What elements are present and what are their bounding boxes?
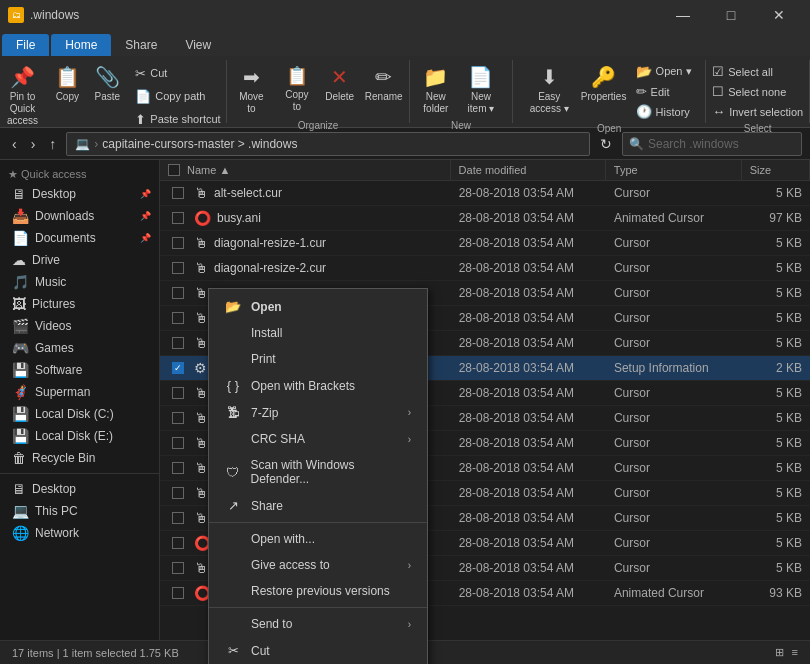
sidebar-item-software[interactable]: 💾 Software xyxy=(0,359,159,381)
context-menu-item[interactable]: ✂Cut xyxy=(209,637,427,664)
file-row[interactable]: 🖱diagonal-resize-2.cur28-08-2018 03:54 A… xyxy=(160,256,810,281)
view-large-icon-button[interactable]: ⊞ xyxy=(775,646,784,659)
sidebar-item-this-pc[interactable]: 💻 This PC xyxy=(0,500,159,522)
file-row[interactable]: 🖱diagonal-resize-1.cur28-08-2018 03:54 A… xyxy=(160,231,810,256)
context-menu-item[interactable]: Give access to› xyxy=(209,552,427,578)
col-size-header[interactable]: Size xyxy=(742,160,810,180)
file-checkbox[interactable] xyxy=(172,412,184,424)
new-item-button[interactable]: 📄 New item ▾ xyxy=(458,62,504,118)
search-box[interactable]: 🔍 Search .windows xyxy=(622,132,802,156)
properties-button[interactable]: 🔑 Properties xyxy=(582,62,626,105)
forward-button[interactable]: › xyxy=(27,134,40,154)
sidebar-item-drive[interactable]: ☁ Drive xyxy=(0,249,159,271)
sidebar-item-games[interactable]: 🎮 Games xyxy=(0,337,159,359)
file-checkbox[interactable] xyxy=(172,562,184,574)
copy-button[interactable]: 📋 Copy xyxy=(49,62,85,105)
copy-to-button[interactable]: 📋 Copy to xyxy=(276,62,317,116)
file-row[interactable]: ⭕busy.ani28-08-2018 03:54 AMAnimated Cur… xyxy=(160,206,810,231)
tab-view[interactable]: View xyxy=(171,34,225,56)
file-checkbox[interactable]: ✓ xyxy=(172,362,184,374)
sidebar-item-network[interactable]: 🌐 Network xyxy=(0,522,159,544)
sidebar-item-pictures[interactable]: 🖼 Pictures xyxy=(0,293,159,315)
file-checkbox-area[interactable] xyxy=(168,262,188,274)
context-menu-item[interactable]: 🛡Scan with Windows Defender... xyxy=(209,452,427,492)
file-checkbox[interactable] xyxy=(172,487,184,499)
context-menu-item[interactable]: Open with... xyxy=(209,526,427,552)
file-checkbox[interactable] xyxy=(172,437,184,449)
context-menu-item[interactable]: CRC SHA› xyxy=(209,426,427,452)
sidebar-item-videos[interactable]: 🎬 Videos xyxy=(0,315,159,337)
file-checkbox[interactable] xyxy=(172,212,184,224)
minimize-button[interactable]: — xyxy=(660,0,706,30)
context-menu-item[interactable]: ↗Share xyxy=(209,492,427,519)
rename-button[interactable]: ✏ Rename xyxy=(362,62,406,105)
address-path[interactable]: 💻 › capitaine-cursors-master > .windows xyxy=(66,132,590,156)
file-checkbox[interactable] xyxy=(172,337,184,349)
sidebar-item-local-e[interactable]: 💾 Local Disk (E:) xyxy=(0,425,159,447)
file-checkbox-area[interactable] xyxy=(168,487,188,499)
file-checkbox-area[interactable] xyxy=(168,187,188,199)
history-button[interactable]: 🕐 History xyxy=(630,102,698,121)
sidebar-item-desktop[interactable]: 🖥 Desktop 📌 xyxy=(0,183,159,205)
sidebar-item-desktop2[interactable]: 🖥 Desktop xyxy=(0,478,159,500)
view-list-icon-button[interactable]: ≡ xyxy=(792,646,798,659)
new-folder-button[interactable]: 📁 Newfolder xyxy=(418,62,454,118)
context-menu-item[interactable]: Restore previous versions xyxy=(209,578,427,604)
copy-path-button[interactable]: 📄 Copy path xyxy=(129,87,226,106)
context-menu-item[interactable]: Print xyxy=(209,346,427,372)
file-checkbox-area[interactable] xyxy=(168,437,188,449)
file-checkbox[interactable] xyxy=(172,287,184,299)
close-button[interactable]: ✕ xyxy=(756,0,802,30)
file-checkbox-area[interactable] xyxy=(168,387,188,399)
tab-file[interactable]: File xyxy=(2,34,49,56)
col-date-header[interactable]: Date modified xyxy=(451,160,606,180)
context-menu-item[interactable]: { }Open with Brackets xyxy=(209,372,427,399)
sidebar-item-downloads[interactable]: 📥 Downloads 📌 xyxy=(0,205,159,227)
file-checkbox-area[interactable] xyxy=(168,237,188,249)
file-checkbox[interactable] xyxy=(172,512,184,524)
easy-access-button[interactable]: ⬇ Easy access ▾ xyxy=(521,62,578,118)
file-checkbox[interactable] xyxy=(172,462,184,474)
col-name-header[interactable]: Name ▲ xyxy=(160,160,451,180)
file-checkbox-area[interactable] xyxy=(168,462,188,474)
tab-share[interactable]: Share xyxy=(111,34,171,56)
select-none-button[interactable]: ☐ Select none xyxy=(706,82,809,101)
file-checkbox-area[interactable] xyxy=(168,212,188,224)
select-all-button[interactable]: ☑ Select all xyxy=(706,62,809,81)
move-to-button[interactable]: ➡ Move to xyxy=(230,62,272,118)
context-menu-item[interactable]: 📂Open xyxy=(209,293,427,320)
file-checkbox[interactable] xyxy=(172,187,184,199)
file-checkbox[interactable] xyxy=(172,587,184,599)
refresh-button[interactable]: ↻ xyxy=(596,134,616,154)
file-checkbox-area[interactable]: ✓ xyxy=(168,362,188,374)
file-checkbox-area[interactable] xyxy=(168,287,188,299)
file-checkbox-area[interactable] xyxy=(168,312,188,324)
pin-to-quick-access-button[interactable]: 📌 Pin to Quickaccess xyxy=(0,62,45,130)
sidebar-item-recycle-bin[interactable]: 🗑 Recycle Bin xyxy=(0,447,159,469)
maximize-button[interactable]: □ xyxy=(708,0,754,30)
invert-selection-button[interactable]: ↔ Invert selection xyxy=(706,102,809,121)
context-menu-item[interactable]: 🗜7-Zip› xyxy=(209,399,427,426)
open-button[interactable]: 📂 Open ▾ xyxy=(630,62,698,81)
edit-button[interactable]: ✏ Edit xyxy=(630,82,698,101)
paste-button[interactable]: 📎 Paste xyxy=(89,62,125,105)
file-checkbox-area[interactable] xyxy=(168,337,188,349)
file-checkbox[interactable] xyxy=(172,262,184,274)
file-checkbox-area[interactable] xyxy=(168,587,188,599)
file-checkbox-area[interactable] xyxy=(168,412,188,424)
file-row[interactable]: 🖱alt-select.cur28-08-2018 03:54 AMCursor… xyxy=(160,181,810,206)
tab-home[interactable]: Home xyxy=(51,34,111,56)
col-type-header[interactable]: Type xyxy=(606,160,742,180)
cut-button[interactable]: ✂ Cut xyxy=(129,64,226,83)
sidebar-item-local-c[interactable]: 💾 Local Disk (C:) xyxy=(0,403,159,425)
file-checkbox-area[interactable] xyxy=(168,562,188,574)
sidebar-item-superman[interactable]: 🦸 Superman xyxy=(0,381,159,403)
file-checkbox[interactable] xyxy=(172,312,184,324)
context-menu-item[interactable]: Send to› xyxy=(209,611,427,637)
sidebar-item-music[interactable]: 🎵 Music xyxy=(0,271,159,293)
file-checkbox[interactable] xyxy=(172,387,184,399)
file-checkbox-area[interactable] xyxy=(168,512,188,524)
up-button[interactable]: ↑ xyxy=(45,134,60,154)
file-checkbox-area[interactable] xyxy=(168,537,188,549)
file-checkbox[interactable] xyxy=(172,537,184,549)
